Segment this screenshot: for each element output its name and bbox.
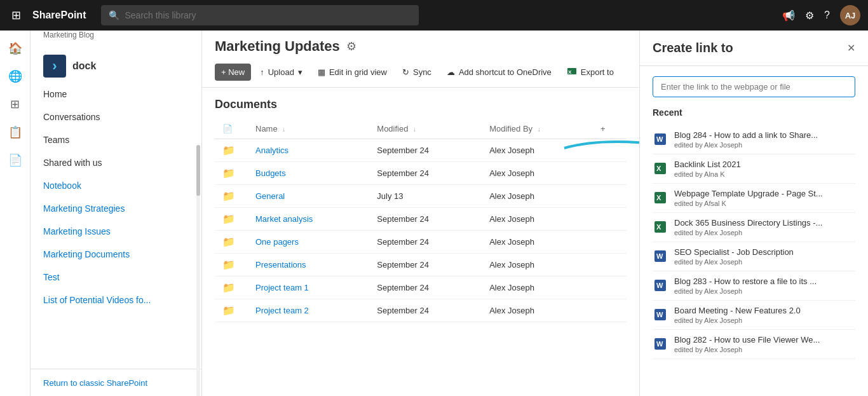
nav-item-videos[interactable]: List of Potential Videos fo...: [31, 289, 201, 311]
svg-text:X: X: [656, 223, 661, 231]
nav-item-conversations[interactable]: Conversations: [31, 106, 201, 128]
row-name-cell[interactable]: Project team 2: [248, 299, 369, 322]
svg-text:W: W: [656, 340, 663, 348]
recent-item[interactable]: W Blog 282 - How to use File Viewer We..…: [653, 330, 855, 359]
modified-col-header[interactable]: Modified ↓: [369, 119, 482, 139]
nav-item-teams[interactable]: Teams: [31, 128, 201, 151]
home-icon[interactable]: 🏠: [3, 36, 28, 61]
recent-item[interactable]: W SEO Specialist - Job Description edite…: [653, 242, 855, 271]
link-input[interactable]: [653, 76, 855, 97]
row-modified-cell: September 24: [369, 162, 482, 185]
folder-name[interactable]: Analytics: [255, 146, 362, 155]
recent-item[interactable]: X Backlink List 2021 edited by Alna K: [653, 154, 855, 184]
search-bar[interactable]: 🔍: [101, 5, 419, 25]
settings-small-icon[interactable]: ⚙: [346, 39, 356, 53]
icon-sidebar: 🏠 🌐 ⊞ 📋 📄: [0, 31, 31, 396]
help-icon[interactable]: ?: [824, 10, 830, 21]
svg-text:W: W: [656, 252, 663, 260]
recent-item[interactable]: X Dock 365 Business Directory Listings -…: [653, 213, 855, 242]
nav-item-marketing-docs[interactable]: Marketing Documents: [31, 243, 201, 266]
modified-by-col-header[interactable]: Modified By ↓: [482, 119, 593, 139]
nav-item-home[interactable]: Home: [31, 83, 201, 106]
row-icon-cell: 📁: [215, 185, 248, 208]
recent-info: Webpage Template Upgrade - Page St... ed…: [674, 189, 855, 207]
recent-item[interactable]: W Blog 284 - How to add a link to Share.…: [653, 125, 855, 154]
apps-icon[interactable]: ⊞: [3, 92, 28, 117]
page-title: Marketing Updates: [215, 38, 340, 55]
folder-rows: 📁 Analytics September 24 Alex Joseph 📁 B…: [215, 139, 627, 322]
row-name-cell[interactable]: Budgets: [248, 162, 369, 185]
export-button[interactable]: X Export to: [560, 62, 620, 82]
folder-name[interactable]: General: [255, 191, 362, 201]
page-icon[interactable]: 📄: [3, 147, 28, 173]
file-type-icon: 📄: [222, 124, 233, 133]
table-row[interactable]: 📁 Project team 1 September 24 Alex Josep…: [215, 277, 627, 299]
recent-item[interactable]: X Webpage Template Upgrade - Page St... …: [653, 184, 855, 213]
row-name-cell[interactable]: Presentations: [248, 254, 369, 277]
row-name-cell[interactable]: One pagers: [248, 231, 369, 254]
row-icon-cell: 📁: [215, 254, 248, 277]
edit-grid-button[interactable]: ▦ Edit in grid view: [311, 64, 393, 81]
table-row[interactable]: 📁 General July 13 Alex Joseph: [215, 185, 627, 208]
recent-item[interactable]: W Board Meeting - New Features 2.0 edite…: [653, 301, 855, 330]
recent-label: Recent: [653, 107, 855, 118]
new-button[interactable]: + New: [215, 64, 251, 81]
avatar[interactable]: AJ: [840, 5, 860, 25]
nav-item-test[interactable]: Test: [31, 266, 201, 289]
add-col-header[interactable]: +: [593, 119, 627, 139]
site-header: › dock: [31, 44, 201, 83]
folder-name[interactable]: One pagers: [255, 237, 362, 247]
globe-icon[interactable]: 🌐: [3, 64, 28, 89]
panel-title: Create link to: [653, 41, 733, 55]
panel-close-button[interactable]: ✕: [847, 42, 855, 54]
search-input[interactable]: [125, 10, 411, 20]
row-name-cell[interactable]: Market analysis: [248, 208, 369, 231]
folder-icon: 📁: [222, 191, 235, 201]
nav-item-notebook[interactable]: Notebook: [31, 174, 201, 197]
recent-info: Backlink List 2021 edited by Alna K: [674, 160, 855, 178]
nav-item-strategies[interactable]: Marketing Strategies: [31, 197, 201, 220]
folder-name[interactable]: Presentations: [255, 260, 362, 270]
recent-item[interactable]: W Blog 283 - How to restore a file to it…: [653, 271, 855, 301]
upload-button[interactable]: ↑ Upload ▾: [254, 64, 309, 81]
table-row[interactable]: 📁 Budgets September 24 Alex Joseph: [215, 162, 627, 185]
table-row[interactable]: 📁 Analytics September 24 Alex Joseph: [215, 139, 627, 162]
table-row[interactable]: 📁 Presentations September 24 Alex Joseph: [215, 254, 627, 277]
row-modified-by-cell: Alex Joseph: [482, 208, 593, 231]
folder-name[interactable]: Project team 1: [255, 283, 362, 292]
scroll-track: [196, 145, 200, 396]
folder-name[interactable]: Project team 2: [255, 306, 362, 315]
panel-body: Recent W Blog 284 - How to add a link to…: [640, 66, 868, 396]
settings-icon[interactable]: ⚙: [805, 10, 814, 22]
folder-name[interactable]: Budgets: [255, 168, 362, 178]
nav-sidebar: Marketing Blog › dock Home Conversations…: [31, 31, 202, 396]
recent-name: Webpage Template Upgrade - Page St...: [674, 189, 855, 198]
recent-name: Blog 284 - How to add a link to Share...: [674, 130, 855, 140]
row-name-cell[interactable]: Analytics: [248, 139, 369, 162]
svg-text:X: X: [656, 165, 661, 172]
table-row[interactable]: 📁 Project team 2 September 24 Alex Josep…: [215, 299, 627, 322]
notifications-icon[interactable]: 📢: [782, 10, 795, 22]
table-row[interactable]: 📁 One pagers September 24 Alex Joseph: [215, 231, 627, 254]
recent-edited: edited by Alex Joseph: [674, 287, 855, 295]
breadcrumb: Marketing Blog: [31, 31, 201, 44]
grid-icon[interactable]: ⊞: [8, 4, 25, 26]
nav-item-shared[interactable]: Shared with us: [31, 151, 201, 174]
folder-name[interactable]: Market analysis: [255, 214, 362, 224]
row-name-cell[interactable]: Project team 1: [248, 277, 369, 299]
sidebar-scrollbar[interactable]: [196, 107, 200, 371]
row-icon-cell: 📁: [215, 299, 248, 322]
row-modified-by-cell: Alex Joseph: [482, 185, 593, 208]
row-icon-cell: 📁: [215, 277, 248, 299]
row-name-cell[interactable]: General: [248, 185, 369, 208]
recent-name: Blog 282 - How to use File Viewer We...: [674, 335, 855, 345]
row-icon-cell: 📁: [215, 139, 248, 162]
notes-icon[interactable]: 📋: [3, 119, 28, 145]
classic-sharepoint-link[interactable]: Return to classic SharePoint: [43, 378, 147, 388]
table-row[interactable]: 📁 Market analysis September 24 Alex Jose…: [215, 208, 627, 231]
sync-button[interactable]: ↻ Sync: [396, 64, 438, 81]
search-icon: 🔍: [109, 10, 119, 20]
add-shortcut-button[interactable]: ☁ Add shortcut to OneDrive: [440, 64, 558, 81]
nav-item-issues[interactable]: Marketing Issues: [31, 220, 201, 243]
name-col-header[interactable]: Name ↓: [248, 119, 369, 139]
